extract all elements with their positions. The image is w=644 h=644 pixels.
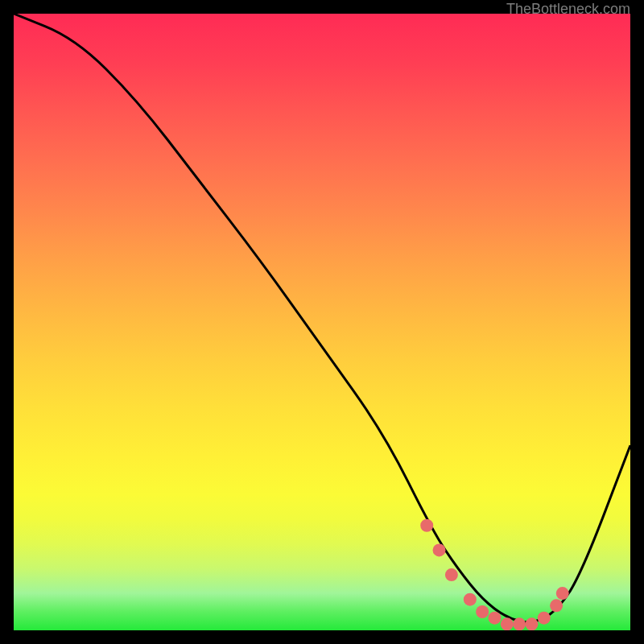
marker-dot <box>550 599 563 612</box>
curve-path <box>14 14 630 622</box>
marker-dot <box>420 519 433 532</box>
marker-dot <box>445 568 458 581</box>
marker-dot <box>464 593 477 606</box>
watermark-text: TheBottleneck.com <box>506 1 630 18</box>
marker-dot <box>476 605 489 618</box>
plot-area <box>14 14 630 630</box>
marker-dot <box>513 617 526 630</box>
chart-container: TheBottleneck.com <box>0 0 644 644</box>
marker-dot <box>525 617 538 630</box>
marker-dot <box>488 612 501 625</box>
bottleneck-curve <box>14 14 630 630</box>
marker-dot <box>556 587 569 600</box>
marker-dot <box>538 612 551 625</box>
marker-dot <box>501 617 514 630</box>
marker-dot <box>433 543 446 556</box>
